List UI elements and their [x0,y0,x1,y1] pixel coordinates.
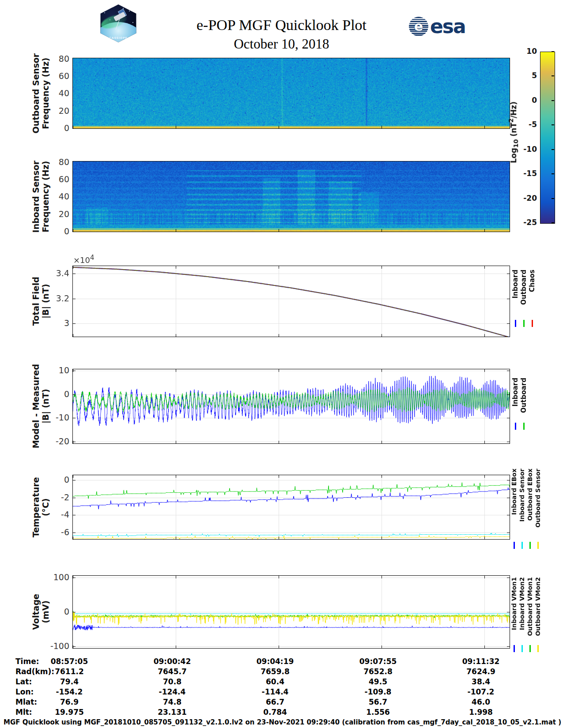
temperature-legend: Inboard EBoxInboard SensorOutboard EBoxO… [510,469,542,549]
table-cell: 09:00:42 [137,657,208,666]
table-cell: -124.4 [137,687,208,696]
legend-label: Inboard EBox [511,469,517,515]
voltage-panel [72,575,510,649]
table-cell: 0.784 [240,708,310,717]
inboard_spectrogram-ytick: 20 [42,209,69,219]
voltage-legend: Inboard VMon1Inboard VMon2Outboard VMon1… [510,577,542,652]
legend-marker [537,645,539,652]
legend-entry: Outboard Sensor [534,469,542,549]
legend-marker [514,542,515,549]
colorbar-tick-label: 5 [515,71,537,80]
total_field-plot-canvas [73,266,510,337]
legend-entry: Inboard EBox [510,469,518,549]
legend-marker [515,423,516,430]
inboard_spectrogram-ytick: 60 [42,174,69,184]
legend-label: Outboard VMon2 [535,577,541,636]
table-cell: 38.4 [446,677,516,686]
table-cell: 74.8 [137,698,208,706]
voltage-plot-canvas [73,576,510,648]
legend-marker [514,645,515,652]
table-cell: 7645.7 [137,667,208,676]
outboard_spectrogram-ytick: 0 [42,123,69,133]
legend-marker [529,645,531,652]
outboard_spectrogram-panel [72,58,510,129]
table-cell: 49.5 [343,677,413,686]
colorbar-tick [552,173,554,174]
legend-entry: Inboard VMon1 [510,577,518,652]
total_field-ytick: 3 [42,318,69,328]
table-cell: 76.9 [34,698,105,706]
legend-label: Outboard VMon1 [527,577,533,636]
legend-label: Inboard Sensor [519,469,525,522]
total_field-ytick: 3.2 [42,293,69,303]
colorbar-tick [552,75,554,76]
temperature-ytick: 0 [42,475,69,484]
table-cell: 70.8 [137,677,208,686]
legend-marker [521,645,523,652]
total_field-legend: InboardOutboardChaos [511,270,537,327]
table-cell: -107.2 [446,687,516,696]
legend-entry: Chaos [528,270,537,327]
temperature-ytick: -4 [42,510,69,519]
outboard_spectrogram-plot-canvas [73,58,510,128]
legend-marker [523,320,525,327]
legend-marker [532,320,533,327]
outboard_spectrogram-ytick: 80 [42,54,69,64]
temperature-ytick: -6 [42,527,69,537]
outboard_spectrogram-ytick: 60 [42,71,69,81]
legend-label: Chaos [529,270,536,292]
colorbar-tick [552,198,554,199]
table-cell: 1.556 [343,708,413,717]
legend-entry: Inboard VMon2 [518,577,526,652]
table-cell: 09:04:19 [240,657,310,666]
legend-marker [521,542,523,549]
voltage-ytick: 0 [42,607,69,616]
voltage-ytick: -100 [42,641,69,651]
colorbar-tick-label: -20 [515,194,537,203]
voltage-ytick: 100 [42,572,69,582]
model_minus_measured-ytick: -20 [42,436,69,446]
legend-entry: Outboard VMon1 [526,577,534,652]
inboard_spectrogram-ytick: 40 [42,191,69,201]
table-cell: 60.4 [240,677,310,686]
outboard_spectrogram-ytick: 40 [42,88,69,98]
table-row-label: Lat: [15,677,32,686]
model_minus_measured-ytick: 0 [42,389,69,399]
temperature-ytick: -2 [42,492,69,502]
inboard_spectrogram-ytick: 80 [42,157,69,167]
colorbar-tick-label: 10 [515,47,537,56]
table-cell: 09:07:55 [343,657,413,666]
total_field-ytick: 3.4 [42,268,69,278]
colorbar-tick [552,222,554,223]
table-cell: 09:11:32 [446,657,516,666]
table-cell: 7659.8 [240,667,310,676]
legend-entry: Outboard VMon2 [534,577,542,652]
table-row-label: Lon: [15,687,34,696]
colorbar-axis-label: Log10 (nT2/Hz) [508,101,519,163]
legend-entry: Inboard [511,378,520,430]
inboard_spectrogram-panel [72,161,510,232]
temperature-plot-canvas [73,475,510,539]
model_minus_measured-panel [72,369,510,444]
table-cell: 23.131 [137,708,208,717]
plot-overlay: Outboard SensorFrequency (Hz)020406080In… [0,0,563,728]
legend-label: Outboard [521,378,527,413]
model_minus_measured-plot-canvas [73,369,510,443]
legend-label: Inboard VMon1 [511,577,517,630]
legend-entry: Inboard Sensor [518,469,526,549]
legend-label: Outboard Sensor [535,469,541,528]
legend-label: Inboard [512,270,519,299]
inboard_spectrogram-ytick: 0 [42,226,69,236]
table-cell: 7652.8 [343,667,413,676]
epop-mgf-quicklook-page: CASSIOPE e-POP MGF Quicklook Plot Octobe… [0,0,563,728]
table-cell: 7624.9 [446,667,516,676]
legend-label: Outboard [521,270,527,305]
table-cell: 1.998 [446,708,516,717]
table-cell: 46.0 [446,698,516,706]
legend-marker [529,542,531,549]
legend-label: Outboard EBox [527,469,533,521]
footer-provenance: MGF Quicklook using MGF_20181010_085705_… [4,718,561,726]
table-cell: 79.4 [34,677,105,686]
legend-entry: Outboard [520,270,528,327]
total_field-offset-label: ×104 [73,254,94,265]
